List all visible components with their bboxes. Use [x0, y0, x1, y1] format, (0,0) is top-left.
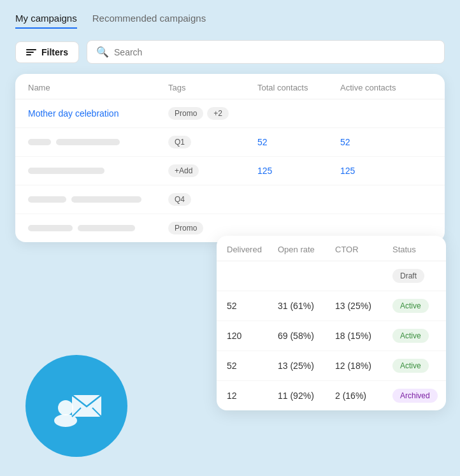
status-cell: Active — [392, 299, 446, 313]
tab-recommended-campaigns[interactable]: Recommended campaigns — [92, 13, 206, 29]
status-badge: Draft — [392, 269, 424, 283]
search-icon: 🔍 — [96, 46, 109, 58]
floating-table-row[interactable]: 52 13 (25%) 12 (18%) Active — [217, 351, 446, 381]
tag-chip: Promo — [168, 222, 203, 234]
tag-chip: Q1 — [168, 136, 191, 148]
delivered-cell: 52 — [227, 301, 278, 311]
campaigns-table-card: Name Tags Total contacts Active contacts… — [15, 74, 445, 242]
svg-point-0 — [58, 400, 73, 415]
table-header-row: Name Tags Total contacts Active contacts — [15, 74, 445, 99]
table-row[interactable]: Q4 — [15, 185, 445, 214]
open-rate-cell: 31 (61%) — [278, 301, 335, 311]
floating-table-row[interactable]: Draft — [217, 261, 446, 291]
toolbar: Filters 🔍 — [15, 40, 445, 64]
table-row[interactable]: Q1 52 52 — [15, 128, 445, 157]
campaign-name-placeholder-cell — [28, 168, 168, 174]
status-badge: Active — [392, 299, 429, 313]
tabs-container: My campaigns Recommended campaigns — [15, 13, 445, 29]
col-ctor: CTOR — [335, 245, 392, 254]
status-badge: Archived — [392, 389, 438, 403]
tag-chip: Q4 — [168, 193, 191, 206]
status-cell: Active — [392, 329, 446, 343]
total-contacts-value: 52 — [257, 137, 268, 147]
tags-cell: Promo — [168, 222, 257, 234]
tab-my-campaigns[interactable]: My campaigns — [15, 13, 77, 29]
floating-stats-card: Delivered Open rate CTOR Status Draft 52… — [217, 236, 446, 410]
search-box: 🔍 — [87, 40, 445, 64]
total-contacts-cell: 52 — [257, 136, 340, 148]
filter-icon — [26, 49, 36, 55]
ctor-cell: 13 (25%) — [335, 301, 392, 311]
status-badge: Active — [392, 359, 429, 373]
delivered-cell: 52 — [227, 361, 278, 371]
delivered-cell: 120 — [227, 331, 278, 341]
tag-chip-extra: +2 — [207, 107, 229, 120]
active-contacts-cell: 125 — [340, 165, 423, 177]
status-badge: Active — [392, 329, 429, 343]
total-contacts-cell: 125 — [257, 165, 340, 177]
campaign-name-placeholder-cell — [28, 139, 168, 145]
col-delivered: Delivered — [227, 245, 278, 254]
tags-cell: Q1 — [168, 136, 257, 148]
delivered-cell: 12 — [227, 391, 278, 401]
tags-cell: Promo +2 — [168, 107, 257, 120]
col-open-rate: Open rate — [278, 245, 335, 254]
active-contacts-cell: 52 — [340, 136, 423, 148]
status-cell: Active — [392, 359, 446, 373]
status-cell: Archived — [392, 389, 446, 403]
total-contacts-value: 125 — [257, 166, 272, 176]
active-contacts-value: 52 — [340, 137, 350, 147]
tag-chip-add[interactable]: +Add — [168, 164, 199, 177]
col-status: Status — [392, 245, 446, 254]
campaign-name-placeholder-cell — [28, 196, 168, 203]
filters-label: Filters — [41, 47, 68, 57]
status-cell: Draft — [392, 269, 446, 283]
ctor-cell: 18 (15%) — [335, 331, 392, 341]
campaign-name-placeholder-cell — [28, 225, 168, 231]
col-active-contacts: Active contacts — [340, 83, 423, 92]
floating-header-row: Delivered Open rate CTOR Status — [217, 236, 446, 261]
tag-chip: Promo — [168, 107, 203, 120]
search-input[interactable] — [114, 47, 435, 57]
open-rate-cell: 13 (25%) — [278, 361, 335, 371]
ctor-cell: 2 (16%) — [335, 391, 392, 401]
email-illustration-circle — [25, 355, 127, 457]
active-contacts-value: 125 — [340, 166, 355, 176]
col-name: Name — [28, 83, 168, 92]
table-row[interactable]: Mother day celebration Promo +2 — [15, 99, 445, 128]
campaign-name-cell: Mother day celebration — [28, 108, 168, 119]
floating-table-row[interactable]: 12 11 (92%) 2 (16%) Archived — [217, 381, 446, 410]
table-row[interactable]: +Add 125 125 — [15, 157, 445, 185]
floating-table-row[interactable]: 120 69 (58%) 18 (15%) Active — [217, 321, 446, 351]
col-total-contacts: Total contacts — [257, 83, 340, 92]
floating-table-row[interactable]: 52 31 (61%) 13 (25%) Active — [217, 291, 446, 321]
filters-button[interactable]: Filters — [15, 41, 79, 63]
open-rate-cell: 11 (92%) — [278, 391, 335, 401]
col-tags: Tags — [168, 83, 257, 92]
campaign-name: Mother day celebration — [28, 108, 119, 119]
email-illustration-svg — [48, 384, 105, 428]
tags-cell: Q4 — [168, 193, 257, 206]
tags-cell: +Add — [168, 164, 257, 177]
ctor-cell: 12 (18%) — [335, 361, 392, 371]
open-rate-cell: 69 (58%) — [278, 331, 335, 341]
